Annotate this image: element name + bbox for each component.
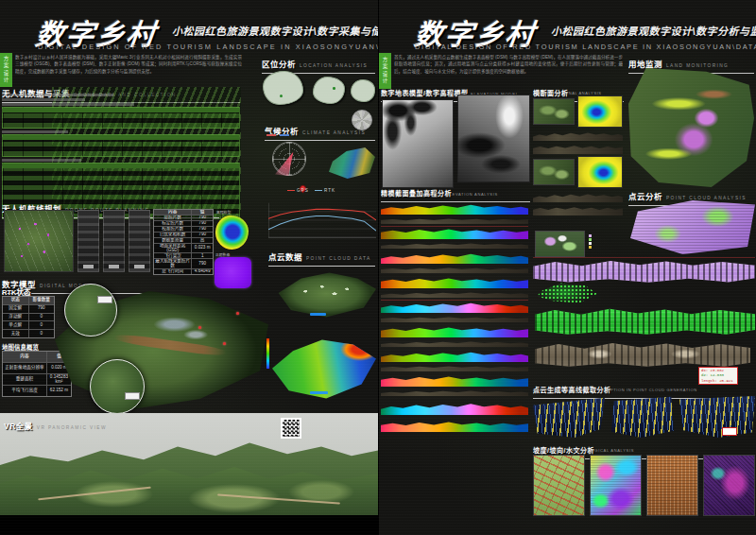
table-row: 浮动解0 (3, 313, 54, 321)
overlay-strip (381, 420, 528, 432)
poster: 数字乡村 小松园红色旅游景观数字设计\数字采集与储存 DIGITAL DESIG… (0, 0, 756, 535)
section-overlay-analysis-en: CROSS SECTION OVERLAY ELEVATION ANALYSIS (381, 192, 498, 197)
flight-parameter-table: 内容值总照片数790标定照片数790校准照片数790已优化相机数790数据集质量… (153, 209, 214, 275)
measure-tag-blue (310, 313, 326, 316)
rtk-status-table: 状态影像数量固定解790浮动解0单点解0无效0 (2, 296, 55, 338)
elevation-mesh-3d (272, 327, 376, 406)
model-marker (236, 312, 239, 315)
gps-legend-dash (287, 190, 295, 192)
flight-app-screen-1 (77, 210, 99, 272)
table-row: 总飞行时间4.64049 (154, 268, 213, 274)
dom-orthomosaic (215, 257, 251, 288)
village-point-cloud (272, 261, 376, 319)
classification-legend (589, 234, 592, 249)
caption-bar (2, 98, 85, 101)
province-map (313, 77, 345, 104)
drone-data-table-2 (2, 134, 240, 157)
overlay-strip (381, 227, 528, 239)
table-row: 固定解790 (3, 304, 54, 313)
measure-tag-blue (310, 391, 328, 394)
table-row: 无效0 (3, 329, 54, 337)
contour-wireframe-1 (533, 395, 605, 438)
section-point-cloud-data: 点云数据POINT CLOUD DATA (268, 247, 375, 267)
map-info-table: 内容值正射影像地面分辨率0.020 m重建面积0.145283 km²平均飞行高… (2, 351, 72, 397)
table-cell: 790 (28, 305, 55, 313)
gps-line (268, 209, 376, 219)
hydrology-map (703, 455, 755, 516)
overlay-strip-shadow (381, 365, 528, 371)
overlay-strip-shadow (381, 340, 528, 347)
model-detail-inset-2 (90, 359, 145, 414)
caption-bar (2, 130, 68, 133)
contour-measure-tag (722, 427, 737, 436)
table-cell: 0 (28, 321, 55, 329)
table-row: 地面采样距离(GSD)0.023 m (154, 243, 213, 253)
terrain-profile-strip (533, 192, 623, 202)
overlay-strip (381, 276, 528, 288)
section-vr: VR全景VR PANORAMIC VIEW (4, 416, 108, 435)
table-cell: 总飞行时间 (154, 269, 191, 274)
panel-data-analysis: 数字乡村 小松园红色旅游景观数字设计\数字分析与监测 DIGITAL DESIG… (378, 0, 756, 535)
dem-label: 高程模型 (216, 210, 231, 215)
china-map-marker (280, 95, 283, 97)
point-cloud-strip-purple (533, 259, 755, 284)
classified-point-cloud (630, 200, 755, 254)
table-cell: 内容 (3, 352, 46, 362)
table-cell: 62.152 m (46, 386, 71, 396)
land-use-map (628, 68, 754, 187)
drone-data-table-1 (2, 107, 240, 129)
overlay-strip-shadow (381, 389, 528, 396)
qr-code[interactable] (281, 418, 301, 439)
overlay-strip (381, 325, 528, 337)
table-row: 单点解0 (3, 320, 54, 329)
terrain-profile-strip (533, 144, 623, 154)
climate-legend-swatch-blue (280, 134, 289, 136)
contour-wireframe-2 (611, 395, 674, 438)
cross-section-heatmap (577, 95, 623, 128)
overlay-strip (381, 374, 528, 387)
point-cloud-scatter-green (537, 281, 597, 304)
slope-map (533, 455, 585, 516)
overlay-strip-shadow (381, 291, 528, 298)
section-climate: 气候分析CLIMATE ANALYSIS (265, 121, 375, 141)
table-row: 平均飞行高度62.152 m (3, 385, 71, 396)
point-cloud-strip-rgb (535, 340, 750, 368)
section-contour-en: ANALYSIS OF CONTOUR INTERCEPTION IN POIN… (533, 388, 697, 392)
gps-rtk-chart (268, 197, 376, 244)
terrain-3d-thumb (329, 147, 375, 179)
table-cell: 790 (191, 259, 213, 268)
guide-line (381, 226, 528, 227)
model-detail-inset-1 (64, 284, 117, 337)
flight-app-screen-2 (103, 210, 125, 272)
table-row: 重建面积0.145283 km² (3, 373, 71, 385)
table-cell: 0.023 m (191, 244, 213, 253)
rtk-legend-dash (315, 190, 322, 192)
overlay-strip-shadow (381, 217, 528, 224)
terrain-profile-strip (533, 205, 623, 216)
table-cell: 固定解 (3, 305, 28, 313)
caption-bar (2, 159, 81, 162)
table-cell: 无效 (3, 330, 28, 337)
terrain-profile-strip (533, 130, 623, 141)
table-cell: 状态 (3, 297, 28, 304)
intro-paragraph: 数字乡村设计以乡村人居环境数据为基础，采用大疆Mavic 3行业系列无人机对小松… (15, 54, 242, 82)
flight-app-screen-3 (129, 210, 150, 272)
table-row: 最大航线采集照片数790 (154, 258, 213, 268)
aspect-map (590, 455, 642, 516)
page-subtitle: 小松园红色旅游景观数字设计\数字采集与储存 (172, 23, 393, 38)
table-row: 正射影像地面分辨率0.020 m (3, 362, 71, 373)
table-cell: 单点解 (3, 321, 28, 329)
side-tab: 方案设计 (0, 53, 12, 87)
gps-chart-legend: GPS RTK (284, 188, 335, 193)
hillshade-map (646, 455, 698, 516)
guide-line (533, 257, 755, 258)
overlay-strip-shadow (381, 316, 528, 322)
elevation-colorbar (266, 338, 269, 369)
climate-legend-swatch-red (266, 134, 276, 136)
table-cell: 重建面积 (3, 374, 46, 385)
caption-bar (2, 94, 113, 96)
model-marker (198, 326, 201, 329)
page-title-en: DIGITAL DESIGN OF RED TOURISM LANDSCAPE … (415, 43, 756, 51)
cross-section-map-thumb (533, 98, 575, 125)
model-marker (223, 342, 226, 345)
